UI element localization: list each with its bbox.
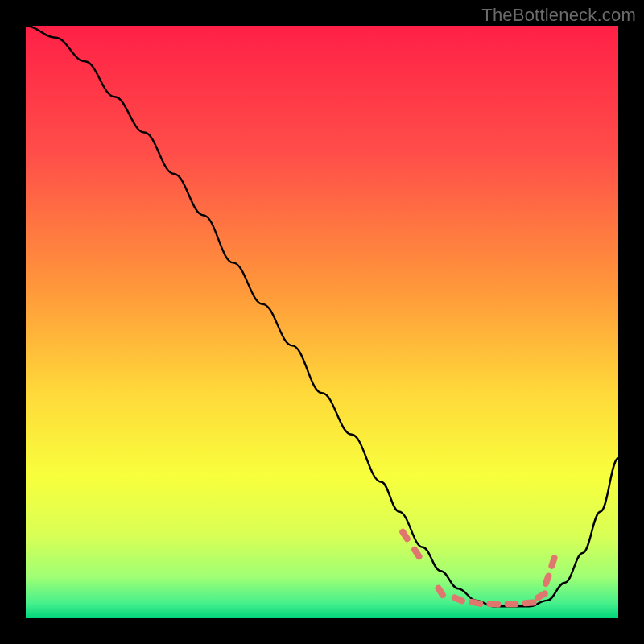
optimal-marker-dash (547, 554, 558, 570)
watermark-text: TheBottleneck.com (481, 5, 636, 26)
optimal-marker-dash (398, 527, 412, 543)
plot-area (26, 26, 618, 618)
optimal-marker-dash (450, 593, 466, 605)
optimal-marker-dash (434, 584, 447, 600)
chart-canvas (26, 26, 618, 618)
optimal-marker-dash (486, 601, 501, 608)
optimal-marker-dash (542, 572, 553, 588)
bottleneck-curve (26, 26, 618, 606)
optimal-marker-dash (469, 598, 484, 607)
optimal-marker-dash (522, 599, 536, 606)
chart-frame: TheBottleneck.com (0, 0, 644, 644)
optimal-range-marker (398, 527, 559, 608)
optimal-marker-dash (505, 601, 519, 607)
